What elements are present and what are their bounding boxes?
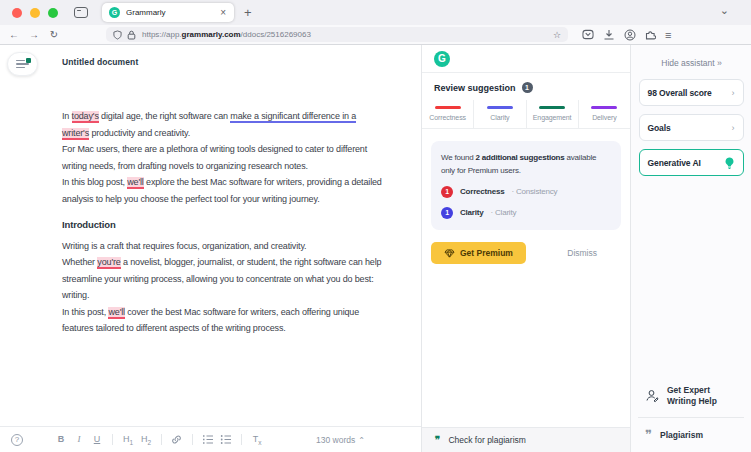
new-tab-button[interactable]: + [244,5,252,20]
premium-suggestion-item: 1Clarity· Clarity [441,206,611,219]
doc-paragraph[interactable]: In this blog post, we'll explore the bes… [62,174,382,207]
doc-paragraph[interactable]: For Mac users, there are a plethora of w… [62,141,382,174]
text-segment[interactable]: Writing is a craft that requires focus, … [62,241,306,251]
count-badge: 1 [441,186,453,198]
bookmark-star-icon[interactable]: ☆ [553,30,561,40]
dismiss-button[interactable]: Dismiss [567,248,597,258]
count-badge: 1 [441,207,453,219]
hide-assistant-button[interactable]: Hide assistant ›› [631,45,751,79]
browser-tab-grammarly[interactable]: G Grammarly × [102,3,234,22]
toolbar-icons: ≡ [582,29,671,41]
get-expert-help-button[interactable]: Get ExpertWriting Help [631,385,751,417]
italic-button[interactable]: I [71,434,87,444]
tab-engagement[interactable]: Engagement [526,100,578,128]
app-menu-icon[interactable]: ≡ [665,29,671,41]
document-body[interactable]: In today's digital age, the right softwa… [62,108,382,337]
url-protocol: https://app. [142,30,182,39]
goals-card[interactable]: Goals › [639,114,744,141]
premium-suggestions-card: We found 2 additional suggestions availa… [431,141,621,230]
tab-label: Engagement [533,114,572,121]
link-button[interactable] [169,434,185,445]
double-chevron-right-icon: ›› [717,58,721,68]
correctness-highlight[interactable]: we'll [108,307,124,319]
forward-button[interactable]: → [24,29,44,40]
generative-ai-card[interactable]: Generative AI [639,149,744,176]
doc-paragraph[interactable]: In this post, we'll cover the best Mac s… [62,304,382,337]
word-count[interactable]: 130 words⌃ [316,435,365,445]
tab-delivery[interactable]: Delivery [578,100,630,128]
url-text: https://app.grammarly.com/ddocs/25162690… [142,30,311,39]
account-icon[interactable] [624,29,636,41]
doc-paragraph[interactable]: Writing is a craft that requires focus, … [62,238,382,255]
overall-score-value: 98 [648,88,657,98]
quotes-icon: ❞ [645,428,652,441]
tab-color-bar [591,106,617,109]
text-segment[interactable]: In [62,111,72,121]
pocket-icon[interactable] [582,29,594,40]
firefox-view-icon[interactable] [74,7,88,18]
text-segment[interactable]: In this post, [62,307,108,317]
plagiarism-button[interactable]: ❞ Plagiarism [631,418,751,443]
close-window-button[interactable] [12,8,22,18]
toolbar-divider [241,434,242,445]
text-segment[interactable]: In this blog post, [62,177,127,187]
tab-label: Correctness [429,114,466,121]
document-editor: Untitled document In today's digital age… [0,45,421,452]
suggestion-type: · Consistency [512,185,558,198]
zoom-window-button[interactable] [48,8,58,18]
bold-button[interactable]: B [53,434,69,444]
clarity-highlight[interactable]: make a significant difference in a [230,111,356,123]
correctness-highlight[interactable]: we'll [127,177,143,189]
get-premium-button[interactable]: Get Premium [431,242,526,264]
text-segment[interactable]: productivity and creativity. [89,128,190,138]
address-bar[interactable]: https://app.grammarly.com/ddocs/25162690… [106,27,568,42]
grammarly-favicon-icon: G [109,7,120,18]
ordered-list-button[interactable] [200,434,216,445]
document-menu-button[interactable] [7,52,38,76]
browser-tab-bar: G Grammarly × + ⌄ [0,0,751,25]
doc-paragraph[interactable]: Whether you're a novelist, blogger, jour… [62,254,382,304]
doc-paragraph[interactable]: In today's digital age, the right softwa… [62,108,382,141]
lightbulb-icon [724,157,735,169]
overall-score-card[interactable]: 98 Overall score › [639,79,744,106]
heading2-button[interactable]: H2 [138,434,154,446]
browser-toolbar: ← → ↻ https://app.grammarly.com/ddocs/25… [0,25,751,45]
tab-color-bar [435,106,461,109]
person-icon [645,389,659,403]
premium-suggestion-list: 1Correctness· Consistency1Clarity· Clari… [441,185,611,219]
list-tabs-chevron-icon[interactable]: ⌄ [720,4,729,17]
text-segment[interactable]: digital age, the right software can [99,111,231,121]
shield-icon[interactable] [113,30,122,40]
underline-button[interactable]: U [89,434,105,444]
suggestion-type: · Clarity [491,206,517,219]
heading1-button[interactable]: H1 [120,434,136,446]
premium-suggestion-item: 1Correctness· Consistency [441,185,611,198]
sidebar-bottom: Get ExpertWriting Help ❞ Plagiarism [631,385,751,452]
back-button[interactable]: ← [4,29,24,40]
minimize-window-button[interactable] [30,8,40,18]
tab-correctness[interactable]: Correctness [422,100,473,128]
extensions-icon[interactable] [645,29,656,40]
correctness-highlight[interactable]: writer's [62,128,89,140]
correctness-highlight[interactable]: today's [72,111,99,123]
tab-color-bar [487,106,513,109]
download-icon[interactable] [603,29,615,40]
gem-icon [444,249,455,258]
suggestion-count-badge: 1 [522,82,533,93]
check-plagiarism-bar[interactable]: ❞ Check for plagiarism [422,427,630,452]
tab-label: Clarity [490,114,509,121]
correctness-highlight[interactable]: you're [97,257,120,269]
text-segment[interactable]: Whether [62,257,97,267]
app-content: Untitled document In today's digital age… [0,45,751,452]
bullet-list-button[interactable] [218,434,234,445]
text-segment[interactable]: Introduction [62,219,116,230]
doc-heading[interactable]: Introduction [62,217,382,234]
toolbar-divider [161,434,162,445]
tab-clarity[interactable]: Clarity [473,100,525,128]
reload-button[interactable]: ↻ [44,29,64,40]
close-tab-icon[interactable]: × [219,7,227,18]
clear-formatting-button[interactable]: Tx [249,434,265,446]
document-title[interactable]: Untitled document [62,57,138,67]
help-button[interactable]: ? [11,434,23,446]
text-segment[interactable]: For Mac users, there are a plethora of w… [62,144,367,171]
